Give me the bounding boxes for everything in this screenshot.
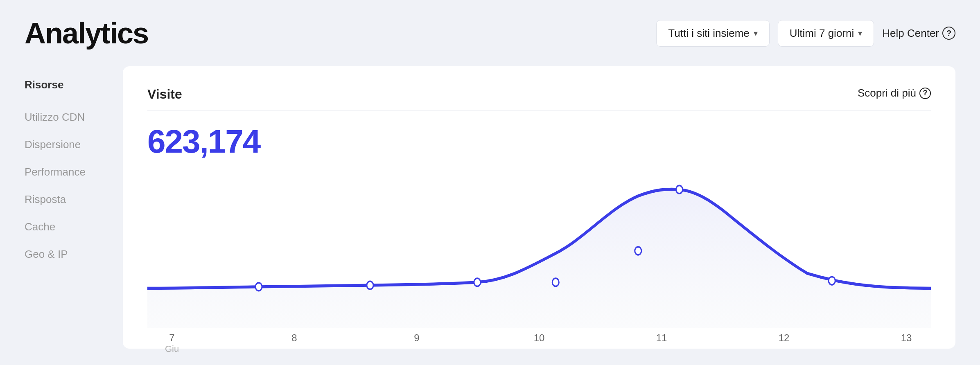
chart-area: 7 Giu 8 9 10 11 12 [147, 169, 931, 328]
data-point-10 [552, 278, 559, 286]
chart-header: Visite Scopri di più ? [147, 87, 931, 102]
data-point-7 [255, 283, 262, 291]
sidebar-item-utilizzo-cdn[interactable]: Utilizzo CDN [25, 104, 123, 131]
help-circle-icon: ? [942, 27, 955, 40]
data-point-11 [635, 247, 641, 255]
data-point-8 [367, 281, 373, 289]
time-dropdown-label: Ultimi 7 giorni [790, 27, 854, 40]
x-label-8: 8 [270, 332, 319, 354]
sidebar-item-risposta[interactable]: Risposta [25, 186, 123, 213]
page: Analytics Tutti i siti insieme ▾ Ultimi … [0, 0, 980, 365]
sidebar-item-performance[interactable]: Performance [25, 158, 123, 186]
time-dropdown[interactable]: Ultimi 7 giorni ▾ [778, 20, 874, 47]
sites-dropdown-label: Tutti i siti insieme [668, 27, 749, 40]
sidebar: Risorse Utilizzo CDN Dispersione Perform… [25, 66, 123, 349]
x-label-12: 12 [759, 332, 808, 354]
x-label-9: 9 [392, 332, 441, 354]
learn-more-button[interactable]: Scopri di più ? [858, 87, 931, 99]
content: Risorse Utilizzo CDN Dispersione Perform… [25, 66, 955, 349]
data-point-12 [676, 185, 682, 194]
sites-dropdown[interactable]: Tutti i siti insieme ▾ [656, 20, 769, 47]
main-card: Visite Scopri di più ? 623,174 [123, 66, 955, 349]
x-label-11: 11 [637, 332, 686, 354]
sidebar-section-label: Risorse [25, 79, 123, 91]
divider [147, 110, 931, 110]
x-label-10: 10 [515, 332, 564, 354]
time-dropdown-arrow: ▾ [858, 28, 862, 38]
x-label-7: 7 Giu [147, 332, 196, 354]
visits-count: 623,174 [147, 123, 931, 160]
chart-title: Visite [147, 87, 182, 102]
x-axis-labels: 7 Giu 8 9 10 11 12 [147, 332, 931, 354]
data-point-13 [829, 277, 835, 285]
header-controls: Tutti i siti insieme ▾ Ultimi 7 giorni ▾… [656, 20, 955, 47]
sidebar-item-geo-ip[interactable]: Geo & IP [25, 241, 123, 268]
header: Analytics Tutti i siti insieme ▾ Ultimi … [25, 16, 955, 50]
sites-dropdown-arrow: ▾ [754, 28, 758, 38]
chart-fill-area [147, 189, 931, 328]
page-title: Analytics [25, 16, 148, 50]
learn-more-label: Scopri di più [858, 87, 916, 99]
visits-chart [147, 169, 931, 328]
x-label-13: 13 [882, 332, 931, 354]
sidebar-item-cache[interactable]: Cache [25, 213, 123, 241]
help-center-label: Help Center [882, 27, 939, 40]
help-center-button[interactable]: Help Center ? [882, 27, 955, 40]
sidebar-item-dispersione[interactable]: Dispersione [25, 131, 123, 158]
data-point-9 [474, 278, 481, 286]
learn-more-icon: ? [919, 88, 931, 99]
